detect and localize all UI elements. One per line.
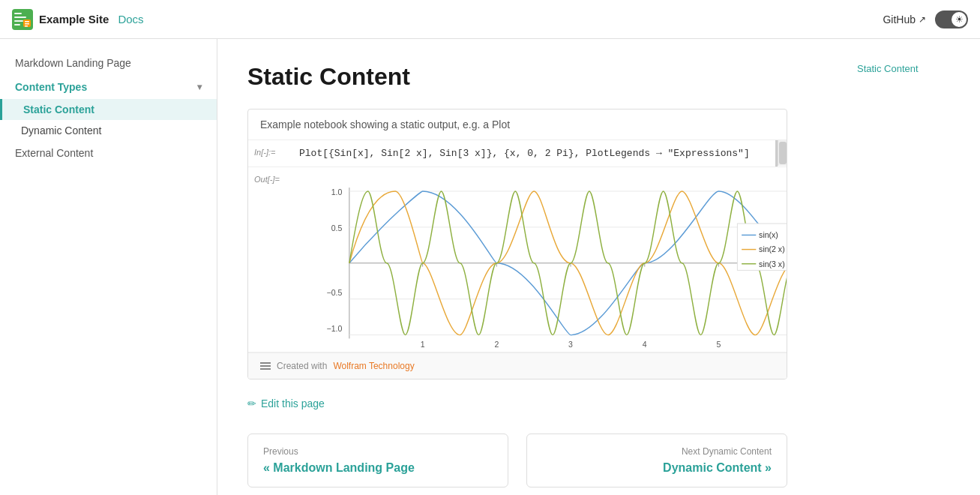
plot-area: 1.0 0.5 −0.5 −1.0 1 2 [293, 167, 787, 352]
nav-cards: Previous Markdown Landing Page Next Dyna… [247, 434, 787, 488]
notebook-description: Example notebook showing a static output… [248, 110, 787, 140]
sidebar-item-static-content[interactable]: Static Content [0, 99, 217, 120]
sidebar-section-label: Content Types [15, 81, 87, 93]
svg-text:sin(x): sin(x) [759, 230, 778, 239]
notebook-input-cell: In[-]:= Plot[{Sin[x], Sin[2 x], Sin[3 x]… [248, 140, 787, 167]
navbar-right: GitHub ↗ ☀ [883, 10, 968, 28]
svg-text:1.0: 1.0 [331, 188, 343, 196]
github-link[interactable]: GitHub ↗ [883, 14, 926, 26]
edit-page-link[interactable]: ✏ Edit this page [247, 398, 325, 410]
svg-text:3: 3 [568, 340, 573, 349]
wolfram-menu-icon[interactable] [260, 362, 271, 370]
svg-text:2: 2 [494, 340, 499, 349]
prev-nav-card[interactable]: Previous Markdown Landing Page [247, 434, 508, 488]
page-title: Static Content [247, 63, 787, 91]
site-logo[interactable]: Example Site [12, 9, 109, 30]
svg-rect-1 [14, 13, 22, 14]
edit-label: Edit this page [261, 398, 325, 410]
svg-text:−1.0: −1.0 [326, 324, 342, 333]
svg-text:sin(2 x): sin(2 x) [759, 244, 785, 254]
svg-rect-6 [25, 21, 29, 22]
prev-direction: Previous [263, 446, 493, 457]
svg-text:sin(3 x): sin(3 x) [759, 260, 785, 268]
chevron-down-icon: ▾ [197, 82, 202, 92]
cell-in-label: In[-]:= [248, 140, 293, 164]
next-title: Dynamic Content [542, 461, 772, 475]
cell-scrollbar[interactable] [778, 140, 787, 166]
main-content: Static Content Example notebook showing … [217, 39, 817, 495]
sine-plot: 1.0 0.5 −0.5 −1.0 1 2 [299, 173, 787, 346]
toc: Static Content [845, 39, 980, 495]
sidebar: Markdown Landing Page Content Types ▾ St… [0, 39, 217, 495]
sidebar-item-dynamic-content[interactable]: Dynamic Content [0, 120, 217, 141]
logo-icon [12, 9, 33, 30]
theme-toggle[interactable]: ☀ [935, 10, 968, 28]
github-label: GitHub [883, 14, 916, 26]
layout: Markdown Landing Page Content Types ▾ St… [0, 39, 980, 495]
cell-code: Plot[{Sin[x], Sin[2 x], Sin[3 x]}, {x, 0… [293, 140, 778, 166]
wolfram-link[interactable]: Wolfram Technology [333, 361, 414, 371]
svg-rect-7 [25, 23, 29, 25]
wolfram-text: Created with [277, 361, 327, 371]
svg-text:5: 5 [717, 340, 721, 349]
toc-static-content[interactable]: Static Content [857, 63, 968, 74]
edit-section: ✏ Edit this page [247, 398, 787, 410]
sidebar-section-content-types[interactable]: Content Types ▾ [0, 75, 217, 99]
prev-title: Markdown Landing Page [263, 461, 493, 475]
notebook-output-cell: Out[-]= 1.0 0.5 [248, 167, 787, 352]
next-direction: Next Dynamic Content [542, 446, 772, 457]
svg-rect-3 [14, 20, 23, 22]
scrollbar-thumb [779, 142, 787, 164]
next-nav-card[interactable]: Next Dynamic Content Dynamic Content [526, 434, 787, 488]
sidebar-item-markdown-landing[interactable]: Markdown Landing Page [0, 51, 217, 75]
svg-text:4: 4 [643, 340, 647, 349]
notebook-embed: Example notebook showing a static output… [247, 109, 787, 380]
svg-text:−0.5: −0.5 [326, 288, 342, 297]
pencil-icon: ✏ [247, 398, 256, 410]
svg-text:1: 1 [421, 340, 425, 349]
cell-out-label: Out[-]= [248, 167, 293, 352]
svg-rect-4 [14, 24, 20, 26]
external-link-icon: ↗ [919, 14, 926, 25]
docs-link[interactable]: Docs [118, 13, 143, 26]
wolfram-footer: Created with Wolfram Technology [248, 352, 787, 379]
svg-rect-8 [25, 26, 28, 27]
svg-text:0.5: 0.5 [331, 224, 343, 232]
theme-toggle-knob: ☀ [952, 12, 967, 27]
sidebar-item-external-content[interactable]: External Content [0, 141, 217, 165]
navbar: Example Site Docs GitHub ↗ ☀ [0, 0, 980, 39]
svg-rect-2 [14, 16, 26, 18]
site-name: Example Site [39, 13, 109, 26]
